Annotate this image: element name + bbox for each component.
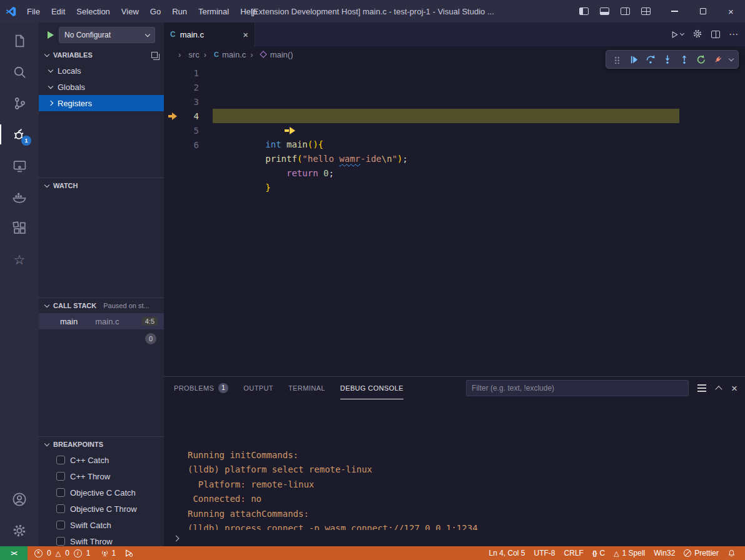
breakpoint-checkbox[interactable] — [56, 456, 65, 464]
debug-config-dropdown[interactable]: No Configurat — [59, 27, 155, 43]
docker-icon[interactable] — [0, 181, 39, 212]
split-editor-icon[interactable] — [711, 31, 720, 38]
breakpoint-checkbox[interactable] — [56, 537, 65, 546]
breakpoint-row[interactable]: Objective C Throw — [39, 501, 164, 517]
account-icon[interactable] — [0, 484, 39, 515]
breakpoint-gutter[interactable] — [164, 123, 180, 138]
toggle-secondary-sidebar-icon[interactable] — [621, 8, 630, 15]
ports-count: 1 — [112, 549, 116, 558]
console-filter-input[interactable] — [466, 380, 689, 396]
step-over-button[interactable] — [642, 51, 659, 68]
favorites-star-icon[interactable]: ☆ — [0, 244, 39, 275]
variables-scope-row[interactable]: Locals — [39, 62, 164, 79]
drag-grip-icon[interactable] — [609, 51, 625, 68]
problems-status[interactable]: 0 △0 1 — [30, 546, 96, 560]
run-file-button[interactable] — [671, 31, 684, 39]
formatter-status[interactable]: Prettier — [679, 546, 723, 560]
step-into-button[interactable] — [659, 51, 676, 68]
stack-frame-row[interactable]: main main.c 4:5 — [39, 313, 164, 329]
remote-indicator[interactable] — [0, 546, 28, 560]
breakpoint-row[interactable]: C++ Catch — [39, 452, 164, 468]
encoding-indicator[interactable]: UTF-8 — [530, 546, 560, 560]
breadcrumb-item[interactable]: main() — [246, 50, 293, 59]
breakpoint-row[interactable]: C++ Throw — [39, 468, 164, 484]
toggle-panel-icon[interactable] — [600, 8, 609, 15]
call-stack-header[interactable]: CALL STACK Paused on st... — [39, 298, 164, 313]
restart-button[interactable] — [693, 51, 709, 68]
remote-explorer-icon[interactable] — [0, 150, 39, 181]
run-and-debug-icon[interactable]: 1 — [0, 119, 39, 150]
menu-item[interactable]: Terminal — [193, 4, 235, 19]
menu-item[interactable]: Run — [166, 4, 193, 19]
filter-lines-icon[interactable] — [697, 388, 706, 389]
maximize-panel-icon[interactable] — [715, 386, 722, 392]
code-editor[interactable]: 1 #include <stdio.h> 2 3 — [164, 62, 745, 376]
maximize-button[interactable] — [689, 0, 717, 22]
continue-button[interactable] — [626, 51, 642, 68]
debug-status[interactable] — [120, 546, 138, 560]
breakpoint-row[interactable]: Objective C Catch — [39, 484, 164, 501]
explorer-icon[interactable] — [0, 25, 39, 56]
ports-status[interactable]: 1 — [96, 546, 121, 560]
menu-item[interactable]: File — [21, 4, 46, 19]
more-actions-icon[interactable]: ⋯ — [729, 29, 739, 40]
breakpoint-row[interactable]: Swift Throw — [39, 533, 164, 546]
breakpoint-row[interactable]: Swift Catch — [39, 517, 164, 533]
step-out-button[interactable] — [676, 51, 692, 68]
editor-group: C main.c × ⋯ src — [164, 22, 745, 546]
variables-scope-row[interactable]: Globals — [39, 79, 164, 95]
notifications-bell[interactable] — [723, 546, 740, 560]
breakpoint-checkbox[interactable] — [56, 488, 65, 497]
source-control-icon[interactable] — [0, 88, 39, 119]
menu-item[interactable]: Edit — [46, 4, 71, 19]
panel-tab[interactable]: OUTPUT — [243, 377, 273, 399]
disconnect-button[interactable] — [710, 51, 726, 68]
debug-toolbar-more-icon[interactable] — [727, 51, 736, 68]
breakpoint-checkbox[interactable] — [56, 521, 65, 529]
collapse-all-icon[interactable] — [151, 52, 158, 58]
os-indicator[interactable]: Win32 — [649, 546, 679, 560]
variables-header[interactable]: VARIABLES — [39, 48, 164, 62]
panel-tab[interactable]: DEBUG CONSOLE — [340, 377, 403, 399]
close-tab-icon[interactable]: × — [243, 29, 248, 40]
console-line: Connected: no — [188, 492, 745, 507]
breakpoint-checkbox[interactable] — [56, 504, 65, 513]
language-mode[interactable]: C — [588, 546, 609, 560]
debug-console-input[interactable] — [164, 530, 745, 546]
toggle-sidebar-icon[interactable] — [579, 8, 589, 15]
menu-item[interactable]: View — [116, 4, 144, 19]
eol-indicator[interactable]: CRLF — [560, 546, 588, 560]
breakpoint-gutter[interactable] — [164, 66, 180, 80]
debug-icon — [124, 549, 133, 558]
cursor-position[interactable]: Ln 4, Col 5 — [485, 546, 530, 560]
close-window-button[interactable]: × — [717, 0, 745, 22]
spell-checker-status[interactable]: △ 1 Spell — [609, 546, 649, 560]
menu-item[interactable]: Selection — [71, 4, 115, 19]
settings-gear-icon[interactable] — [0, 515, 39, 546]
breakpoint-gutter[interactable] — [164, 80, 180, 94]
console-line: (lldb) process connect -p wasm connect:/… — [188, 521, 745, 530]
panel-tab[interactable]: TERMINAL — [288, 377, 325, 399]
session-badge-row: 0 — [39, 329, 164, 348]
minimize-button[interactable] — [661, 0, 689, 22]
breakpoints-header[interactable]: BREAKPOINTS — [39, 437, 164, 452]
customize-layout-icon[interactable] — [641, 8, 651, 15]
breakpoint-gutter[interactable] — [164, 109, 180, 123]
breakpoint-gutter[interactable] — [164, 94, 180, 109]
tab-main-c[interactable]: C main.c × — [164, 22, 255, 46]
start-debug-icon[interactable] — [48, 31, 54, 39]
menu-item[interactable]: Go — [144, 4, 166, 19]
watch-header[interactable]: WATCH — [39, 178, 164, 193]
close-panel-icon[interactable]: × — [731, 383, 737, 394]
extensions-icon[interactable] — [0, 212, 39, 244]
panel-tab[interactable]: PROBLEMS 1 — [174, 377, 228, 399]
breakpoint-checkbox[interactable] — [56, 472, 65, 481]
breakpoint-gutter[interactable] — [164, 138, 180, 152]
frame-position-badge: 4:5 — [142, 317, 158, 326]
variables-scope-row[interactable]: Registers — [39, 95, 164, 111]
prompt-chevron-icon — [173, 535, 180, 541]
search-icon[interactable] — [0, 56, 39, 88]
breadcrumb-item[interactable]: main.c — [200, 50, 246, 59]
launch-settings-gear-icon[interactable] — [692, 29, 702, 41]
breadcrumb-item[interactable]: src — [174, 50, 200, 59]
